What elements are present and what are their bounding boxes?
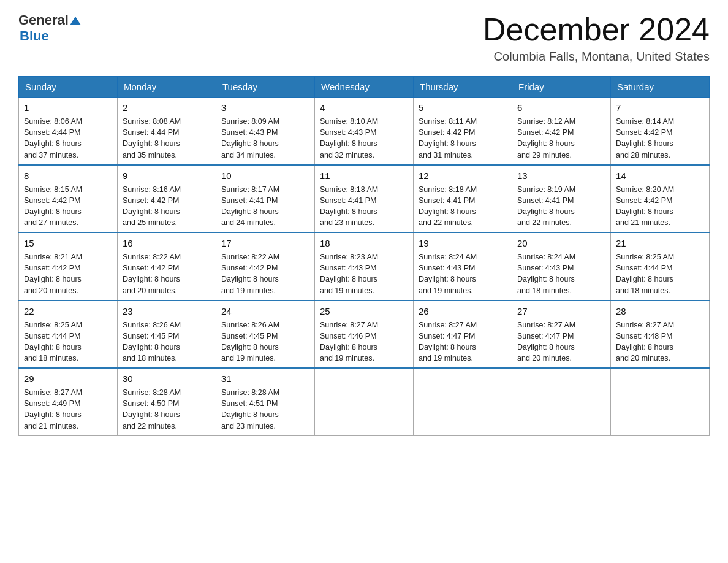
calendar-cell: 18Sunrise: 8:23 AMSunset: 4:43 PMDayligh… xyxy=(315,232,414,301)
calendar-cell: 23Sunrise: 8:26 AMSunset: 4:45 PMDayligh… xyxy=(118,301,216,369)
calendar-cell: 13Sunrise: 8:19 AMSunset: 4:41 PMDayligh… xyxy=(512,165,611,233)
day-number: 27 xyxy=(517,305,605,318)
weekday-header-wednesday: Wednesday xyxy=(315,77,414,98)
day-info: Sunrise: 8:22 AMSunset: 4:42 PMDaylight:… xyxy=(123,251,211,296)
day-number: 21 xyxy=(616,237,704,250)
day-info: Sunrise: 8:22 AMSunset: 4:42 PMDaylight:… xyxy=(221,251,309,296)
day-number: 8 xyxy=(24,169,112,182)
day-number: 25 xyxy=(320,305,408,318)
calendar-cell: 8Sunrise: 8:15 AMSunset: 4:42 PMDaylight… xyxy=(19,165,118,233)
day-info: Sunrise: 8:10 AMSunset: 4:43 PMDaylight:… xyxy=(320,116,408,161)
day-info: Sunrise: 8:28 AMSunset: 4:50 PMDaylight:… xyxy=(123,387,211,432)
day-number: 11 xyxy=(320,169,408,182)
day-number: 19 xyxy=(419,237,507,250)
calendar-cell: 2Sunrise: 8:08 AMSunset: 4:44 PMDaylight… xyxy=(118,98,216,165)
day-number: 13 xyxy=(517,169,605,182)
weekday-header-monday: Monday xyxy=(118,77,216,98)
day-info: Sunrise: 8:08 AMSunset: 4:44 PMDaylight:… xyxy=(123,116,211,161)
calendar-week-row: 15Sunrise: 8:21 AMSunset: 4:42 PMDayligh… xyxy=(19,232,710,301)
day-info: Sunrise: 8:21 AMSunset: 4:42 PMDaylight:… xyxy=(24,251,112,296)
calendar-cell: 22Sunrise: 8:25 AMSunset: 4:44 PMDayligh… xyxy=(19,301,118,369)
day-number: 26 xyxy=(419,305,507,318)
month-title: December 2024 xyxy=(483,12,710,47)
day-info: Sunrise: 8:14 AMSunset: 4:42 PMDaylight:… xyxy=(616,116,704,161)
day-info: Sunrise: 8:19 AMSunset: 4:41 PMDaylight:… xyxy=(517,184,605,229)
calendar-week-row: 8Sunrise: 8:15 AMSunset: 4:42 PMDaylight… xyxy=(19,165,710,233)
day-number: 3 xyxy=(221,101,309,114)
calendar-week-row: 1Sunrise: 8:06 AMSunset: 4:44 PMDaylight… xyxy=(19,98,710,165)
day-number: 4 xyxy=(320,101,408,114)
day-info: Sunrise: 8:16 AMSunset: 4:42 PMDaylight:… xyxy=(123,184,211,229)
weekday-header-thursday: Thursday xyxy=(414,77,512,98)
svg-marker-0 xyxy=(70,17,81,25)
calendar-cell: 10Sunrise: 8:17 AMSunset: 4:41 PMDayligh… xyxy=(216,165,315,233)
day-info: Sunrise: 8:20 AMSunset: 4:42 PMDaylight:… xyxy=(616,184,704,229)
calendar-cell: 3Sunrise: 8:09 AMSunset: 4:43 PMDaylight… xyxy=(216,98,315,165)
weekday-header-saturday: Saturday xyxy=(611,77,710,98)
day-info: Sunrise: 8:25 AMSunset: 4:44 PMDaylight:… xyxy=(616,251,704,296)
calendar-cell: 17Sunrise: 8:22 AMSunset: 4:42 PMDayligh… xyxy=(216,232,315,301)
location-title: Columbia Falls, Montana, United States xyxy=(483,50,710,64)
day-info: Sunrise: 8:27 AMSunset: 4:47 PMDaylight:… xyxy=(419,320,507,364)
day-number: 28 xyxy=(616,305,704,318)
day-number: 24 xyxy=(221,305,309,318)
day-info: Sunrise: 8:24 AMSunset: 4:43 PMDaylight:… xyxy=(419,251,507,296)
calendar-cell xyxy=(414,368,512,435)
day-info: Sunrise: 8:28 AMSunset: 4:51 PMDaylight:… xyxy=(221,387,309,432)
calendar-cell: 26Sunrise: 8:27 AMSunset: 4:47 PMDayligh… xyxy=(414,301,512,369)
day-number: 7 xyxy=(616,101,704,114)
day-number: 17 xyxy=(221,237,309,250)
calendar-cell: 12Sunrise: 8:18 AMSunset: 4:41 PMDayligh… xyxy=(414,165,512,233)
calendar-cell: 11Sunrise: 8:18 AMSunset: 4:41 PMDayligh… xyxy=(315,165,414,233)
day-info: Sunrise: 8:23 AMSunset: 4:43 PMDaylight:… xyxy=(320,251,408,296)
calendar-cell: 5Sunrise: 8:11 AMSunset: 4:42 PMDaylight… xyxy=(414,98,512,165)
day-info: Sunrise: 8:27 AMSunset: 4:47 PMDaylight:… xyxy=(517,320,605,364)
logo-general-text: General xyxy=(18,12,69,28)
day-number: 2 xyxy=(123,101,211,114)
calendar-cell xyxy=(512,368,611,435)
day-info: Sunrise: 8:25 AMSunset: 4:44 PMDaylight:… xyxy=(24,320,112,364)
title-area: December 2024 Columbia Falls, Montana, U… xyxy=(483,12,710,64)
calendar-week-row: 22Sunrise: 8:25 AMSunset: 4:44 PMDayligh… xyxy=(19,301,710,369)
day-info: Sunrise: 8:24 AMSunset: 4:43 PMDaylight:… xyxy=(517,251,605,296)
calendar-cell xyxy=(611,368,710,435)
weekday-header-friday: Friday xyxy=(512,77,611,98)
header: General Blue December 2024 Columbia Fall… xyxy=(18,12,710,64)
day-number: 9 xyxy=(123,169,211,182)
day-number: 20 xyxy=(517,237,605,250)
day-info: Sunrise: 8:18 AMSunset: 4:41 PMDaylight:… xyxy=(419,184,507,229)
calendar-cell: 16Sunrise: 8:22 AMSunset: 4:42 PMDayligh… xyxy=(118,232,216,301)
calendar-cell: 15Sunrise: 8:21 AMSunset: 4:42 PMDayligh… xyxy=(19,232,118,301)
calendar-cell: 19Sunrise: 8:24 AMSunset: 4:43 PMDayligh… xyxy=(414,232,512,301)
calendar-cell: 4Sunrise: 8:10 AMSunset: 4:43 PMDaylight… xyxy=(315,98,414,165)
day-info: Sunrise: 8:11 AMSunset: 4:42 PMDaylight:… xyxy=(419,116,507,161)
day-number: 18 xyxy=(320,237,408,250)
calendar-cell: 30Sunrise: 8:28 AMSunset: 4:50 PMDayligh… xyxy=(118,368,216,435)
calendar-cell: 28Sunrise: 8:27 AMSunset: 4:48 PMDayligh… xyxy=(611,301,710,369)
day-number: 23 xyxy=(123,305,211,318)
day-number: 10 xyxy=(221,169,309,182)
day-info: Sunrise: 8:27 AMSunset: 4:49 PMDaylight:… xyxy=(24,387,112,432)
logo-triangle-icon xyxy=(70,15,81,26)
day-number: 12 xyxy=(419,169,507,182)
logo-blue-text: Blue xyxy=(20,28,49,44)
calendar-cell: 31Sunrise: 8:28 AMSunset: 4:51 PMDayligh… xyxy=(216,368,315,435)
day-info: Sunrise: 8:27 AMSunset: 4:46 PMDaylight:… xyxy=(320,320,408,364)
day-info: Sunrise: 8:26 AMSunset: 4:45 PMDaylight:… xyxy=(221,320,309,364)
day-info: Sunrise: 8:26 AMSunset: 4:45 PMDaylight:… xyxy=(123,320,211,364)
day-info: Sunrise: 8:09 AMSunset: 4:43 PMDaylight:… xyxy=(221,116,309,161)
day-number: 16 xyxy=(123,237,211,250)
day-number: 14 xyxy=(616,169,704,182)
calendar-cell: 20Sunrise: 8:24 AMSunset: 4:43 PMDayligh… xyxy=(512,232,611,301)
day-number: 30 xyxy=(123,372,211,385)
day-info: Sunrise: 8:15 AMSunset: 4:42 PMDaylight:… xyxy=(24,184,112,229)
day-number: 15 xyxy=(24,237,112,250)
calendar-table: SundayMondayTuesdayWednesdayThursdayFrid… xyxy=(18,76,710,436)
calendar-cell: 14Sunrise: 8:20 AMSunset: 4:42 PMDayligh… xyxy=(611,165,710,233)
day-number: 6 xyxy=(517,101,605,114)
calendar-cell: 1Sunrise: 8:06 AMSunset: 4:44 PMDaylight… xyxy=(19,98,118,165)
calendar-cell: 6Sunrise: 8:12 AMSunset: 4:42 PMDaylight… xyxy=(512,98,611,165)
calendar-cell xyxy=(315,368,414,435)
day-number: 31 xyxy=(221,372,309,385)
logo: General Blue xyxy=(18,12,81,44)
